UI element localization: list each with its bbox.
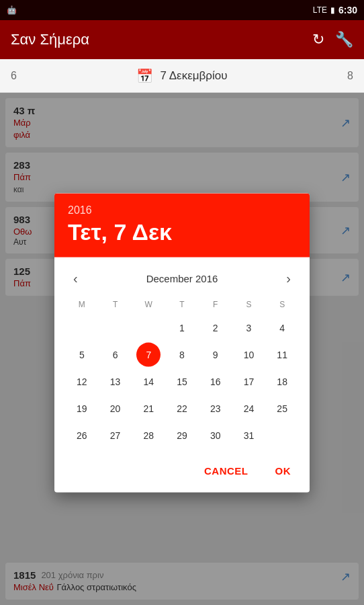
- lte-icon: LTE: [313, 5, 327, 15]
- cal-day-7[interactable]: 7: [136, 343, 161, 367]
- cal-day-22[interactable]: 22: [170, 397, 194, 421]
- dow-m: M: [65, 297, 99, 315]
- cal-day-8[interactable]: 8: [170, 343, 194, 367]
- cal-day-15[interactable]: 15: [170, 370, 194, 394]
- dialog-actions: CANCEL OK: [54, 454, 310, 493]
- cal-day-29[interactable]: 29: [170, 424, 194, 448]
- next-month-button[interactable]: ›: [281, 268, 296, 289]
- cal-day-9[interactable]: 9: [203, 343, 228, 367]
- week-4: 19 20 21 22 23 24 25: [65, 395, 299, 422]
- cal-day-2[interactable]: 2: [203, 316, 228, 340]
- cal-day-27[interactable]: 27: [103, 424, 128, 448]
- cal-day-11[interactable]: 11: [270, 343, 294, 367]
- status-bar: 🤖 LTE ▮ 6:30: [0, 0, 364, 20]
- month-nav: ‹ December 2016 ›: [65, 263, 299, 294]
- cal-day-24[interactable]: 24: [236, 397, 261, 421]
- day-of-week-header: M T W T F S S: [65, 297, 299, 315]
- cancel-button[interactable]: CANCEL: [196, 460, 257, 482]
- cal-day-6[interactable]: 6: [103, 343, 128, 367]
- dow-w: W: [132, 297, 165, 315]
- battery-icon: ▮: [330, 5, 335, 15]
- prev-day[interactable]: 6: [11, 70, 38, 82]
- cal-day-4[interactable]: 4: [270, 316, 294, 340]
- status-time: 6:30: [338, 5, 357, 15]
- dow-s: S: [232, 297, 266, 315]
- week-5: 26 27 28 29 30 31: [65, 422, 299, 449]
- cal-day-28[interactable]: 28: [136, 424, 161, 448]
- dow-su: S: [265, 297, 299, 315]
- settings-icon[interactable]: 🔧: [335, 31, 353, 48]
- month-title: December 2016: [146, 273, 218, 284]
- android-icon: 🤖: [7, 5, 17, 15]
- dow-f: F: [199, 297, 232, 315]
- empty-day: [270, 424, 294, 448]
- cal-day-30[interactable]: 30: [203, 424, 228, 448]
- cal-day-5[interactable]: 5: [70, 343, 94, 367]
- cal-day-14[interactable]: 14: [136, 370, 161, 394]
- cal-day-13[interactable]: 13: [103, 370, 128, 394]
- week-3: 12 13 14 15 16 17 18: [65, 368, 299, 395]
- cal-day-17[interactable]: 17: [236, 370, 261, 394]
- date-nav-center: 📅 7 Δεκεμβρίου: [136, 68, 227, 84]
- cal-day-26[interactable]: 26: [70, 424, 94, 448]
- cal-day-20[interactable]: 20: [103, 397, 128, 421]
- empty-day: [136, 316, 161, 340]
- cal-day-3[interactable]: 3: [236, 316, 261, 340]
- status-bar-right: LTE ▮ 6:30: [313, 5, 357, 15]
- date-picker-dialog: 2016 Τετ, 7 Δεκ ‹ December 2016 › M T W …: [54, 194, 310, 493]
- app-title: Σαν Σήμερα: [11, 31, 89, 48]
- main-content: 43 π Μάρφιλά ↗ 283 Πάπκαι ↗ 983 Οθω Αυτ …: [0, 93, 364, 605]
- empty-day: [70, 316, 94, 340]
- prev-month-button[interactable]: ‹: [68, 268, 83, 289]
- dow-t: T: [99, 297, 132, 315]
- cal-day-21[interactable]: 21: [136, 397, 161, 421]
- dialog-year: 2016: [68, 204, 296, 216]
- week-1: 1 2 3 4: [65, 315, 299, 341]
- app-bar: Σαν Σήμερα ↻ 🔧: [0, 20, 364, 59]
- current-date: 7 Δεκεμβρίου: [160, 69, 227, 83]
- cal-day-18[interactable]: 18: [270, 370, 294, 394]
- cal-day-16[interactable]: 16: [203, 370, 228, 394]
- cal-day-12[interactable]: 12: [70, 370, 94, 394]
- cal-day-31[interactable]: 31: [236, 424, 261, 448]
- cal-day-19[interactable]: 19: [70, 397, 94, 421]
- ok-button[interactable]: OK: [267, 460, 300, 482]
- date-nav: 6 📅 7 Δεκεμβρίου 8: [0, 59, 364, 93]
- next-day[interactable]: 8: [326, 70, 353, 82]
- cal-day-25[interactable]: 25: [270, 397, 294, 421]
- status-bar-left: 🤖: [7, 5, 17, 15]
- week-2: 5 6 7 8 9 10 11: [65, 341, 299, 368]
- calendar-icon[interactable]: 📅: [136, 68, 153, 84]
- dow-th: T: [165, 297, 199, 315]
- cal-day-1[interactable]: 1: [170, 316, 194, 340]
- refresh-icon[interactable]: ↻: [312, 31, 324, 48]
- calendar-body: ‹ December 2016 › M T W T F S S 1 2: [54, 257, 310, 454]
- cal-day-10[interactable]: 10: [236, 343, 261, 367]
- dialog-date: Τετ, 7 Δεκ: [68, 219, 296, 245]
- dialog-header: 2016 Τετ, 7 Δεκ: [54, 194, 310, 257]
- app-bar-icons: ↻ 🔧: [312, 31, 353, 48]
- cal-day-23[interactable]: 23: [203, 397, 228, 421]
- empty-day: [103, 316, 128, 340]
